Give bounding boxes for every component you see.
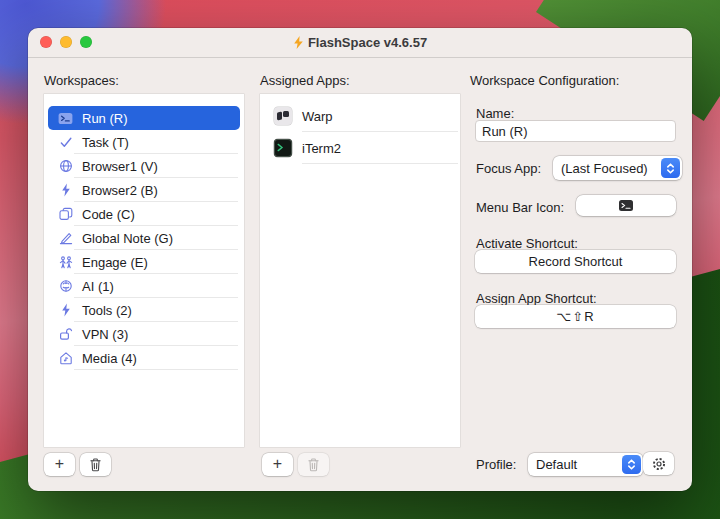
warp-app-icon <box>274 107 292 125</box>
add-workspace-button[interactable]: + <box>44 453 75 476</box>
assigned-apps-list: WarpiTerm2 <box>260 94 460 447</box>
workspace-row[interactable]: Browser2 (B) <box>48 178 240 202</box>
profile-label: Profile: <box>476 457 516 472</box>
app-name: iTerm2 <box>302 141 341 156</box>
workspaces-section-label: Workspaces: <box>44 73 119 88</box>
checkmark-icon <box>58 135 73 149</box>
lightning-icon <box>293 36 304 49</box>
workspace-row[interactable]: Run (R) <box>48 106 240 130</box>
profile-select[interactable]: Default <box>528 453 643 476</box>
workspace-label: VPN (3) <box>82 327 128 342</box>
trash-icon <box>89 457 102 472</box>
plus-icon: + <box>273 455 282 473</box>
lock-open-icon <box>58 327 73 341</box>
profile-value: Default <box>536 457 577 472</box>
assign-app-shortcut-label: Assign App Shortcut: <box>476 291 597 306</box>
desktop-wallpaper: FlashSpace v4.6.57 Workspaces: Assigned … <box>0 0 720 519</box>
workspace-row[interactable]: Browser1 (V) <box>48 154 240 178</box>
delete-workspace-button[interactable] <box>80 453 111 476</box>
workspace-label: Browser2 (B) <box>82 183 158 198</box>
workspace-row[interactable]: Media (4) <box>48 346 240 370</box>
gear-icon <box>651 456 667 472</box>
workspace-row[interactable]: VPN (3) <box>48 322 240 346</box>
workspace-label: Global Note (G) <box>82 231 173 246</box>
focus-app-label: Focus App: <box>476 161 541 176</box>
settings-button[interactable] <box>643 452 674 475</box>
stepper-icon <box>661 158 680 178</box>
workspace-row[interactable]: Code (C) <box>48 202 240 226</box>
globe-icon <box>58 159 73 173</box>
windows-icon <box>58 207 73 221</box>
bolt-icon <box>58 303 73 317</box>
record-shortcut-button[interactable]: Record Shortcut <box>475 250 676 273</box>
window-title-text: FlashSpace v4.6.57 <box>308 28 427 57</box>
assigned-app-row[interactable]: iTerm2 <box>260 132 460 164</box>
record-shortcut-label: Record Shortcut <box>529 254 623 269</box>
assigned-apps-section-label: Assigned Apps: <box>260 73 350 88</box>
row-separator <box>74 369 238 370</box>
menu-bar-icon-label: Menu Bar Icon: <box>476 200 564 215</box>
activate-shortcut-label: Activate Shortcut: <box>476 236 578 251</box>
focus-app-value: (Last Focused) <box>561 161 648 176</box>
terminal-glyph-icon <box>619 200 633 211</box>
workspace-label: Engage (E) <box>82 255 148 270</box>
workspace-label: AI (1) <box>82 279 114 294</box>
focus-app-select[interactable]: (Last Focused) <box>553 156 682 180</box>
name-label: Name: <box>476 106 514 121</box>
titlebar[interactable]: FlashSpace v4.6.57 <box>28 28 692 58</box>
assign-app-shortcut-value: ⌥⇧R <box>556 309 594 324</box>
workspace-row[interactable]: Tools (2) <box>48 298 240 322</box>
house-icon <box>58 351 73 365</box>
workspace-label: Browser1 (V) <box>82 159 158 174</box>
plus-icon: + <box>55 455 64 473</box>
menu-bar-icon-button[interactable] <box>576 195 676 216</box>
workspace-label: Task (T) <box>82 135 129 150</box>
people-icon <box>58 255 73 269</box>
workspace-row[interactable]: Engage (E) <box>48 250 240 274</box>
workspace-label: Run (R) <box>82 111 128 126</box>
iterm2-app-icon <box>274 139 292 157</box>
workspace-label: Code (C) <box>82 207 135 222</box>
app-name: Warp <box>302 109 333 124</box>
workspace-label: Tools (2) <box>82 303 132 318</box>
bolt-icon <box>58 183 73 197</box>
row-separator <box>302 163 458 164</box>
assigned-app-row[interactable]: Warp <box>260 100 460 132</box>
stepper-icon <box>622 455 641 474</box>
trash-icon <box>307 457 320 472</box>
workspace-row[interactable]: Task (T) <box>48 130 240 154</box>
assign-app-shortcut-button[interactable]: ⌥⇧R <box>475 305 676 328</box>
config-section-label: Workspace Configuration: <box>470 73 619 88</box>
pencil-icon <box>58 231 73 245</box>
add-app-button[interactable]: + <box>262 453 293 476</box>
workspaces-list: Run (R)Task (T)Browser1 (V)Browser2 (B)C… <box>44 94 244 447</box>
workspace-row[interactable]: Global Note (G) <box>48 226 240 250</box>
name-input[interactable]: Run (R) <box>475 120 676 142</box>
flashspace-window: FlashSpace v4.6.57 Workspaces: Assigned … <box>28 28 692 491</box>
workspace-row[interactable]: AI (1) <box>48 274 240 298</box>
window-title: FlashSpace v4.6.57 <box>28 28 692 57</box>
terminal-icon <box>58 111 73 125</box>
name-input-value: Run (R) <box>482 124 528 139</box>
brain-icon <box>58 279 73 293</box>
workspace-label: Media (4) <box>82 351 137 366</box>
delete-app-button[interactable] <box>298 453 329 476</box>
